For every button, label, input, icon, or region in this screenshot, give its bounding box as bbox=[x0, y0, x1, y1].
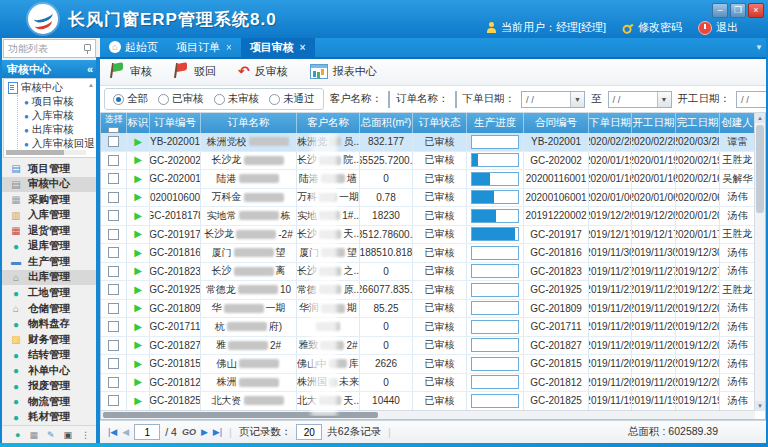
report-center-button[interactable]: 报表中心 bbox=[306, 62, 381, 81]
tree-item[interactable]: ●入库审核回退 bbox=[18, 137, 96, 151]
vertical-scrollbar[interactable]: ▲ ▼ bbox=[754, 113, 765, 411]
row-checkbox[interactable] bbox=[108, 377, 119, 388]
sidebar-module[interactable]: ●结转管理 bbox=[2, 347, 98, 363]
tree-item[interactable]: ●项目审核 bbox=[18, 95, 96, 109]
status-radio[interactable]: 全部 bbox=[113, 92, 148, 106]
column-header[interactable]: 订单状态 bbox=[413, 113, 467, 133]
column-header[interactable]: 总面积(m²) bbox=[360, 113, 413, 133]
sidebar-module[interactable]: ▦退货管理 bbox=[2, 223, 98, 239]
sidebar-module[interactable]: ●耗材管理 bbox=[2, 410, 98, 426]
column-header[interactable]: 合同编号 bbox=[524, 113, 589, 133]
start-date-picker[interactable]: / / ▼ bbox=[736, 91, 766, 108]
row-checkbox[interactable] bbox=[108, 303, 119, 314]
hscroll-thumb[interactable] bbox=[103, 412, 378, 418]
page-number-input[interactable] bbox=[134, 424, 160, 440]
action-button[interactable]: ↶反审核 bbox=[234, 62, 292, 81]
column-header[interactable]: 下单日期 bbox=[589, 113, 632, 133]
logout-button[interactable]: 退出 bbox=[698, 20, 738, 35]
column-header[interactable]: 标识 bbox=[127, 113, 150, 133]
sidebar-module[interactable]: ●报废管理 bbox=[2, 378, 98, 394]
tab-close-icon[interactable]: × bbox=[226, 42, 232, 53]
tab-close-icon[interactable]: × bbox=[300, 42, 306, 53]
row-checkbox[interactable] bbox=[108, 192, 119, 203]
scroll-down-icon[interactable]: ▼ bbox=[755, 401, 765, 411]
table-row[interactable]: ▶GC-202002长沙龙长沙院..65525.7200..已审核GC-2020… bbox=[101, 152, 755, 171]
column-header[interactable]: 订单名称 bbox=[201, 113, 297, 133]
table-row[interactable]: ▶GC-202001陆港陆港墙0已审核202001160012020/01/16… bbox=[101, 170, 755, 189]
column-header[interactable]: 客户名称 bbox=[297, 113, 360, 133]
sidebar-module[interactable]: ▦采购管理 bbox=[2, 192, 98, 208]
sidebar-module[interactable]: ●补单中心 bbox=[2, 363, 98, 379]
row-checkbox[interactable] bbox=[108, 173, 119, 184]
row-checkbox[interactable] bbox=[108, 284, 119, 295]
tree-root[interactable]: 审核中心 bbox=[8, 81, 96, 95]
change-password-button[interactable]: 修改密码 bbox=[622, 20, 682, 35]
status-radio[interactable]: 未审核 bbox=[214, 92, 260, 106]
tab-item[interactable]: 项目审核× bbox=[241, 38, 315, 57]
pin-icon[interactable] bbox=[83, 44, 91, 54]
minimize-button[interactable]: – bbox=[712, 3, 728, 18]
row-checkbox[interactable] bbox=[108, 247, 119, 258]
first-page-button[interactable]: |◀ bbox=[108, 427, 117, 437]
row-checkbox[interactable] bbox=[108, 395, 119, 406]
sidebar-module[interactable]: ⌂仓储管理 bbox=[2, 301, 98, 317]
row-checkbox[interactable] bbox=[108, 155, 119, 166]
table-row[interactable]: ▶GC-201917长沙龙-2#长沙天..8512.78600..已审核GC-2… bbox=[101, 226, 755, 245]
chevron-down-icon[interactable]: ▼ bbox=[570, 92, 584, 107]
sidebar-module[interactable]: ●物料盘存 bbox=[2, 316, 98, 332]
table-row[interactable]: ▶GC-201825北大资北大天..10440已审核GC-2018252019/… bbox=[101, 392, 755, 411]
order-date-to-picker[interactable]: / / ▼ bbox=[608, 91, 672, 108]
row-checkbox[interactable] bbox=[108, 229, 119, 240]
table-row[interactable]: ▶GC-201816厦门望厦门望188510.818已审核GC-20181620… bbox=[101, 244, 755, 263]
tab-overflow-icon[interactable]: ▼ bbox=[755, 43, 763, 52]
page-size-input[interactable] bbox=[296, 424, 322, 440]
row-checkbox[interactable] bbox=[108, 210, 119, 221]
tab-item[interactable]: ⌂起始页 bbox=[100, 38, 167, 57]
table-row[interactable]: ▶GC-201827雅2#雅致2#0已审核GC-2018272019/11/20… bbox=[101, 337, 755, 356]
report-icon[interactable]: ▣ bbox=[63, 430, 72, 440]
column-header[interactable]: 生产进度 bbox=[467, 113, 524, 133]
go-button[interactable]: GO bbox=[182, 427, 196, 437]
sidebar-module[interactable]: ⌂出库管理 bbox=[2, 270, 98, 286]
collapse-icon[interactable]: « bbox=[87, 63, 93, 75]
sidebar-module[interactable]: ●退库管理 bbox=[2, 239, 98, 255]
status-dot-icon[interactable]: ● bbox=[15, 430, 20, 440]
table-row[interactable]: ▶GC-201925常德龙10常德原..266077.835..已审核GC-20… bbox=[101, 281, 755, 300]
prev-page-button[interactable]: ◀ bbox=[122, 427, 129, 437]
sidebar-module[interactable]: ▥入库管理 bbox=[2, 208, 98, 224]
table-row[interactable]: ▶GC-201711杭府)0已审核GC-2017112019/11/202019… bbox=[101, 318, 755, 337]
tree-scroll-down-icon[interactable]: ▼ bbox=[88, 141, 94, 147]
tree-hscrollbar[interactable] bbox=[6, 150, 86, 155]
order-name-input[interactable] bbox=[455, 91, 457, 108]
table-row[interactable]: ▶GC-2018178实地常栋实地1#..18230已审核20191220002… bbox=[101, 207, 755, 226]
column-header[interactable]: 选择 bbox=[101, 113, 127, 133]
chevron-down-icon[interactable]: ▼ bbox=[657, 92, 671, 107]
sidebar-module[interactable]: ▨财务管理 bbox=[2, 332, 98, 348]
sidebar-module[interactable]: ●工地管理 bbox=[2, 285, 98, 301]
scroll-thumb[interactable] bbox=[756, 125, 764, 213]
scroll-up-icon[interactable]: ▲ bbox=[755, 113, 765, 123]
column-header[interactable]: 完工日期 bbox=[676, 113, 720, 133]
tree-scroll-up-icon[interactable]: ▲ bbox=[88, 82, 94, 88]
next-page-button[interactable]: ▶ bbox=[201, 427, 208, 437]
row-checkbox[interactable] bbox=[108, 358, 119, 369]
sidebar-module[interactable]: ●物流管理 bbox=[2, 394, 98, 410]
cart-icon[interactable]: ▦ bbox=[29, 430, 38, 440]
row-checkbox[interactable] bbox=[108, 136, 119, 147]
table-row[interactable]: ▶GC-201809华一期华润期85.25已审核GC-2018092019/11… bbox=[101, 300, 755, 319]
customer-name-input[interactable] bbox=[388, 91, 390, 108]
column-header[interactable]: 订单编号 bbox=[150, 113, 201, 133]
function-list-search[interactable]: 功能列表 bbox=[3, 39, 96, 58]
splitter[interactable] bbox=[96, 57, 100, 443]
sidebar-module[interactable]: ▬生产管理 bbox=[2, 254, 98, 270]
last-page-button[interactable]: ▶| bbox=[213, 427, 222, 437]
edit-icon[interactable]: ✎ bbox=[47, 430, 55, 440]
sidebar-module[interactable]: ▤审核中心 bbox=[2, 177, 98, 193]
table-row[interactable]: ▶20200106001万科金万科一期0.78已审核20200106001202… bbox=[101, 189, 755, 208]
table-row[interactable]: ▶GC-201815佛山佛山中库2626已审核GC-2018152019/11/… bbox=[101, 355, 755, 374]
row-checkbox[interactable] bbox=[108, 321, 119, 332]
sidebar-module[interactable]: ▤项目管理 bbox=[2, 161, 98, 177]
table-row[interactable]: ▶GC-201812株洲株洲国未来0已审核GC-2018122019/11/20… bbox=[101, 374, 755, 393]
row-checkbox[interactable] bbox=[108, 340, 119, 351]
action-button[interactable]: 驳回 bbox=[170, 61, 220, 81]
